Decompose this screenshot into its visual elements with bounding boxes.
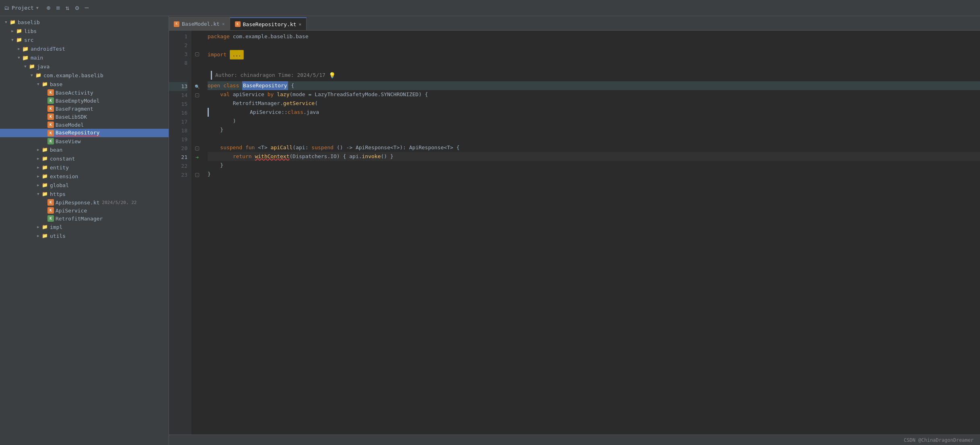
- sidebar-item-constant[interactable]: 📁 constant: [0, 154, 169, 163]
- sidebar-item-base[interactable]: 📁 base: [0, 80, 169, 89]
- left-border-indicator: [208, 108, 209, 117]
- sidebar-item-impl[interactable]: 📁 impl: [0, 222, 169, 231]
- dropdown-icon[interactable]: ▼: [36, 6, 39, 10]
- sidebar-item-bean[interactable]: 📁 bean: [0, 145, 169, 154]
- hint-bulb-icon: 💡: [329, 71, 336, 80]
- tab-baserepository[interactable]: K BaseRepository.kt ✕: [230, 17, 307, 30]
- folder-icon: 📁: [15, 36, 23, 43]
- kt-file-icon: K: [47, 138, 54, 144]
- target-icon[interactable]: ⊕: [47, 4, 51, 12]
- project-title: 🗂 Project ▼: [4, 5, 39, 11]
- sidebar-item-src[interactable]: 📁 src: [0, 35, 169, 44]
- sidebar-item-https[interactable]: 📁 https: [0, 190, 169, 198]
- dispatchers: (Dispatchers.IO) { api.: [290, 152, 362, 161]
- sidebar-item-entity[interactable]: 📁 entity: [0, 163, 169, 172]
- minimize-icon[interactable]: ─: [84, 4, 89, 12]
- indent2: [208, 152, 233, 161]
- code-line-8: [208, 60, 980, 68]
- gutter-cell-18: [191, 126, 203, 135]
- gutter: - 🔍 - - ➜: [191, 31, 203, 435]
- keyword-package: package: [208, 32, 233, 41]
- sidebar-item-androidtest[interactable]: 📁 androidTest: [0, 44, 169, 53]
- folder-icon: 📁: [41, 146, 48, 153]
- gutter-cell-17: [191, 117, 203, 126]
- sidebar-item-main[interactable]: 📁 main: [0, 53, 169, 62]
- package-name: com.example.baselib.base: [233, 32, 309, 41]
- code-editor[interactable]: 1 2 3 8 13 14 15 16 17 18 19 20 21 22 23: [169, 31, 980, 435]
- arrow-right-icon: ➜: [196, 154, 199, 161]
- code-line-21: return withContext (Dispatchers.IO) { ap…: [208, 152, 980, 161]
- params: (api:: [292, 143, 311, 152]
- func-invoke: invoke: [362, 152, 381, 161]
- tabs-bar: K BaseModel.kt ✕ K BaseRepository.kt ✕: [169, 16, 980, 31]
- sidebar-item-libs[interactable]: 📁 libs: [0, 27, 169, 35]
- fold-indicator[interactable]: -: [195, 52, 199, 56]
- gutter-cell-1: [191, 32, 203, 41]
- arrow-icon: [29, 72, 35, 78]
- sidebar-item-java[interactable]: 📁 java: [0, 62, 169, 71]
- line-num-21: 21: [169, 153, 187, 162]
- tab-close-button[interactable]: ✕: [299, 22, 302, 27]
- sidebar-item-baserepository[interactable]: K BaseRepository: [0, 129, 169, 137]
- sidebar-item-global[interactable]: 📁 global: [0, 181, 169, 190]
- classname: BaseRepository: [242, 81, 288, 90]
- sidebar-item-retrofitmanager[interactable]: K RetrofitManager: [0, 214, 169, 222]
- inspect-icon[interactable]: 🔍: [195, 84, 200, 89]
- dot-java: .java: [303, 108, 319, 117]
- bottom-bar: CSDN @ChinaDragonDreamer: [169, 435, 980, 445]
- kt-file-icon: K: [47, 130, 54, 136]
- tab-close-button[interactable]: ✕: [222, 21, 225, 27]
- gutter-hint: [191, 68, 203, 82]
- inline-hint: Author: chinadragon Time: 2024/5/17 💡: [208, 68, 980, 81]
- code-line-14: val apiService by lazy ( mode = LazyThre…: [208, 90, 980, 99]
- sidebar-item-apiservice[interactable]: K ApiService: [0, 206, 169, 214]
- sidebar-item-baselibsdk[interactable]: K BaseLibSDK: [0, 113, 169, 121]
- sidebar-item-com-example-baselib[interactable]: 📁 com.example.baselib: [0, 71, 169, 80]
- line-num-3: 3: [169, 50, 187, 59]
- sidebar-item-basefragment[interactable]: K BaseFragment: [0, 105, 169, 113]
- sidebar-item-basemodel[interactable]: K BaseModel: [0, 121, 169, 129]
- tab-basemodel[interactable]: K BaseModel.kt ✕: [169, 17, 230, 30]
- hint-bar: [211, 71, 212, 80]
- arrow-icon: [3, 19, 9, 25]
- fold-indicator[interactable]: -: [195, 173, 199, 177]
- item-label: baselib: [18, 19, 40, 25]
- import-fold-button[interactable]: ...: [230, 50, 244, 60]
- close-paren: ): [233, 117, 236, 126]
- keyword-fun: fun: [245, 143, 258, 152]
- line-num-13: 13: [169, 82, 187, 91]
- layout-icon[interactable]: ≡: [56, 4, 60, 12]
- item-label: constant: [50, 156, 75, 162]
- fold-indicator[interactable]: -: [195, 146, 199, 150]
- kt-file-icon: K: [47, 122, 54, 128]
- item-label: androidTest: [31, 46, 65, 52]
- item-label: extension: [50, 173, 78, 179]
- sidebar-item-extension[interactable]: 📁 extension: [0, 172, 169, 181]
- sidebar-item-utils[interactable]: 📁 utils: [0, 231, 169, 240]
- func-withcontext: withContext: [255, 152, 289, 161]
- sidebar-item-baseview[interactable]: K BaseView: [0, 137, 169, 145]
- sidebar-item-baseactivity[interactable]: K BaseActivity: [0, 89, 169, 97]
- arrow-icon: [10, 37, 15, 43]
- settings-icon[interactable]: ⚙: [75, 4, 79, 12]
- kt-file-icon: K: [47, 113, 54, 120]
- kt-file-icon: K: [47, 105, 54, 112]
- fold-indicator[interactable]: -: [195, 93, 199, 97]
- module-folder-icon: 📁: [22, 54, 29, 61]
- sidebar-item-apiresponse[interactable]: K ApiResponse.kt 2024/5/20, 22: [0, 198, 169, 206]
- gutter-cell-15: [191, 100, 203, 109]
- line-num-17: 17: [169, 117, 187, 126]
- gutter-cell-23: -: [191, 171, 203, 179]
- code-content[interactable]: package com.example.baselib.base import …: [203, 31, 980, 435]
- folder-icon: 📁: [9, 19, 16, 26]
- sort-icon[interactable]: ⇅: [66, 4, 70, 12]
- gutter-cell-14: -: [191, 91, 203, 100]
- line-num-23: 23: [169, 171, 187, 179]
- item-label: BaseModel: [56, 122, 84, 128]
- tab-file-icon: K: [174, 21, 179, 27]
- sidebar-item-baselib[interactable]: 📁 baselib: [0, 18, 169, 27]
- sidebar-item-baseemptymodel[interactable]: K BaseEmptyModel: [0, 97, 169, 105]
- item-label: BaseEmptyModel: [56, 98, 100, 104]
- var-name: apiService: [233, 90, 268, 99]
- folder-icon: 📁: [41, 80, 48, 88]
